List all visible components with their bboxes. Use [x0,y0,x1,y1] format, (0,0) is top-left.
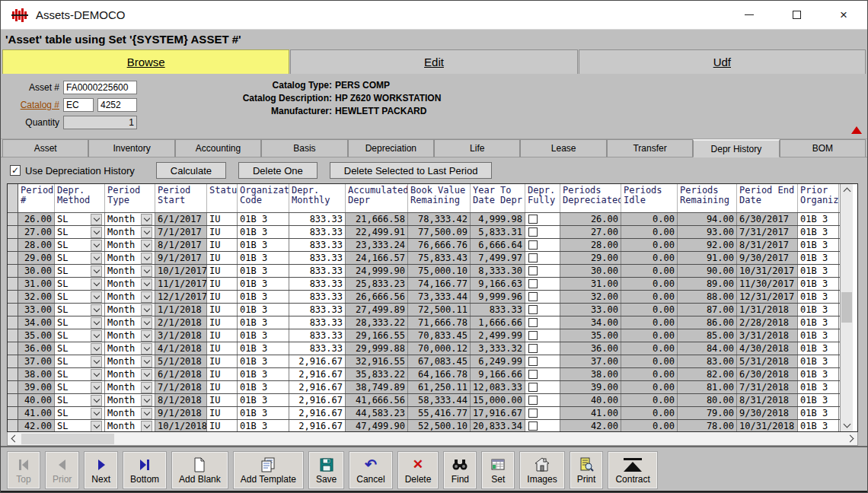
bottom-button[interactable]: Bottom [123,451,167,489]
column-header-depr-monthly[interactable]: Depr. Monthly [289,184,346,212]
use-depreciation-history-checkbox[interactable]: ✓ [10,165,21,176]
table-cell[interactable]: 01B 3 [798,342,839,355]
depr-fully-checkbox[interactable] [528,396,538,405]
dropdown-button[interactable] [91,266,102,277]
table-cell[interactable]: Month [105,381,155,393]
row-selector[interactable] [8,226,18,238]
row-selector[interactable] [8,252,18,264]
table-cell[interactable]: 833.33 [289,239,346,251]
tab-lease[interactable]: Lease [520,139,606,157]
table-cell[interactable]: SL [55,213,105,225]
depr-fully-checkbox[interactable] [528,215,538,224]
table-cell[interactable]: IU [207,265,238,277]
depr-fully-checkbox[interactable] [528,305,538,314]
column-header-depr-method[interactable]: Depr. Method [55,184,105,212]
dropdown-button[interactable] [141,278,152,290]
dropdown-button[interactable] [141,317,152,329]
dropdown-button[interactable] [141,421,152,432]
tab-life[interactable]: Life [434,139,520,157]
table-cell[interactable]: 01B 3 [238,407,289,419]
table-cell[interactable]: 01B 3 [238,368,289,380]
dropdown-button[interactable] [91,317,102,329]
table-cell[interactable]: IU [207,368,238,380]
scroll-right-icon[interactable] [845,433,857,445]
column-header-period-end-date[interactable]: Period End Date [737,184,798,212]
dropdown-button[interactable] [141,266,152,277]
table-cell[interactable]: 833.33 [289,304,346,316]
table-cell[interactable]: Month [105,368,155,380]
tab-asset[interactable]: Asset [2,139,88,157]
table-cell[interactable]: SL [55,265,105,277]
table-cell[interactable]: IU [207,407,238,419]
column-header-periods-idle[interactable]: Periods Idle [621,184,678,212]
table-cell[interactable]: Month [105,252,155,264]
dropdown-button[interactable] [141,343,152,355]
delete-button[interactable]: ✕Delete [397,451,439,489]
dropdown-button[interactable] [91,304,102,316]
table-cell[interactable]: SL [55,381,105,393]
table-cell[interactable]: 01B 3 [798,420,839,431]
add-blank-button[interactable]: Add Blank [171,451,228,489]
catalog-number-link[interactable]: Catalog # [1,100,63,110]
dropdown-button[interactable] [91,356,102,367]
table-cell[interactable]: 2,916.67 [289,394,346,406]
table-cell[interactable]: 01B 3 [798,226,839,238]
depr-fully-checkbox[interactable] [528,344,538,353]
table-cell[interactable]: 01B 3 [798,239,839,251]
row-selector[interactable] [8,291,18,303]
row-selector[interactable] [8,355,18,367]
table-cell[interactable]: IU [207,239,238,251]
row-selector[interactable] [8,265,18,277]
table-cell[interactable]: SL [55,291,105,303]
column-header-period-[interactable]: Period # [18,184,55,212]
column-header-year-to-date-depr[interactable]: Year To Date Depr [471,184,525,212]
main-tab-browse[interactable]: Browse [2,49,289,74]
table-cell[interactable]: 01B 3 [798,265,839,277]
scroll-down-icon[interactable] [841,419,853,431]
table-cell[interactable]: 01B 3 [238,278,289,290]
catalog-code-input[interactable] [97,98,137,112]
dropdown-button[interactable] [91,343,102,355]
table-cell[interactable]: 01B 3 [798,329,839,342]
depr-fully-checkbox[interactable] [528,331,538,340]
dropdown-button[interactable] [141,227,152,238]
table-cell[interactable]: IU [207,329,238,342]
scroll-left-icon[interactable] [8,433,20,445]
table-cell[interactable]: 01B 3 [798,407,839,419]
delete-one-button[interactable]: Delete One [238,162,318,179]
vertical-scroll-thumb[interactable] [841,292,852,323]
table-cell[interactable]: SL [55,420,105,431]
table-cell[interactable]: 01B 3 [798,381,839,393]
dropdown-button[interactable] [91,214,102,225]
table-cell[interactable]: 01B 3 [798,304,839,316]
table-cell[interactable]: 01B 3 [238,239,289,251]
tab-transfer[interactable]: Transfer [607,139,693,157]
table-cell[interactable]: SL [55,316,105,329]
table-cell[interactable]: Month [105,355,155,367]
add-template-button[interactable]: Add Template [233,451,304,489]
table-cell[interactable]: 833.33 [289,342,346,355]
column-header-depr-fully[interactable]: Depr. Fully [525,184,560,212]
dropdown-button[interactable] [141,395,152,406]
dropdown-button[interactable] [91,382,102,393]
table-cell[interactable]: 01B 3 [238,265,289,277]
contract-button[interactable]: Contract [608,451,657,489]
table-cell[interactable]: 01B 3 [238,342,289,355]
table-cell[interactable]: 01B 3 [238,304,289,316]
dropdown-button[interactable] [91,278,102,290]
asset-number-input[interactable] [63,81,137,94]
table-cell[interactable]: 833.33 [289,329,346,342]
dropdown-button[interactable] [141,369,152,380]
table-cell[interactable]: SL [55,394,105,406]
images-button[interactable]: Images [519,451,564,489]
table-cell[interactable]: SL [55,304,105,316]
cancel-button[interactable]: ↷Cancel [349,451,392,489]
table-cell[interactable]: SL [55,368,105,380]
find-button[interactable]: Find [443,451,477,489]
table-cell[interactable]: SL [55,239,105,251]
table-cell[interactable]: 01B 3 [798,291,839,303]
row-selector[interactable] [8,278,18,290]
row-selector[interactable] [8,381,18,393]
dropdown-button[interactable] [91,395,102,406]
table-cell[interactable]: 01B 3 [238,394,289,406]
